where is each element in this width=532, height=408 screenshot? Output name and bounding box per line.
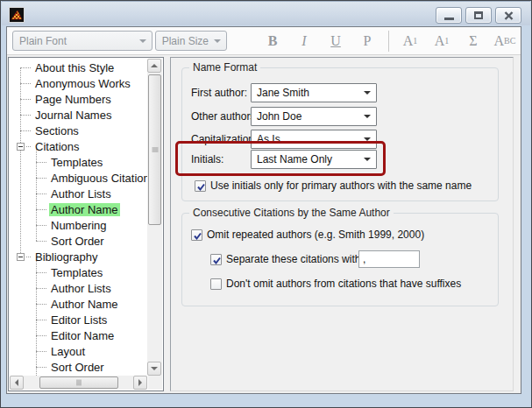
- style-section-tree: About this Style Anonymous Works Page Nu…: [8, 57, 164, 391]
- collapse-icon[interactable]: [17, 253, 25, 261]
- first-author-dropdown[interactable]: Jane Smith: [251, 83, 377, 102]
- subscript-button[interactable]: A1: [426, 30, 458, 53]
- first-author-row: First author:: [191, 83, 247, 102]
- initials-row: Initials:: [191, 150, 223, 169]
- tree-item-sections[interactable]: Sections: [9, 123, 147, 138]
- grip-icon: [77, 380, 82, 386]
- tree-item-bibliography-author-name[interactable]: Author Name: [9, 296, 147, 312]
- chevron-down-icon: [139, 39, 146, 43]
- minimize-icon: [444, 18, 454, 20]
- capitalization-row: Capitalization:: [191, 130, 257, 149]
- style-editor-window: Plain Font Plain Size B I U P A1 A1 Σ AB…: [0, 0, 532, 408]
- checkbox-unchecked-icon[interactable]: [210, 278, 222, 290]
- scrollbar-corner: [148, 376, 162, 390]
- tree-item-numbering[interactable]: Numbering: [9, 217, 147, 233]
- dont-omit-suffix-checkbox-row[interactable]: Don't omit authors from citations that h…: [210, 277, 461, 291]
- tree-item-editor-name[interactable]: Editor Name: [9, 327, 147, 343]
- underline-button[interactable]: U: [320, 30, 351, 53]
- arrow-right-icon: [138, 379, 142, 386]
- separate-citations-checkbox-row[interactable]: Separate these citations with:: [210, 252, 364, 266]
- tree-item-bibliography-author-lists[interactable]: Author Lists: [9, 280, 147, 296]
- tree-item-citations[interactable]: Citations: [9, 138, 147, 154]
- horizontal-scroll-thumb[interactable]: [39, 376, 118, 389]
- font-combo[interactable]: Plain Font: [12, 31, 153, 51]
- scroll-left-button[interactable]: [10, 376, 24, 390]
- tree-item-bibliography-sort-order[interactable]: Sort Order: [9, 359, 147, 375]
- tree-item-ambiguous-citations[interactable]: Ambiguous Citations: [9, 170, 147, 186]
- titlebar[interactable]: [2, 1, 530, 25]
- content-area: About this Style Anonymous Works Page Nu…: [7, 55, 521, 393]
- initials-dropdown[interactable]: Last Name Only: [251, 150, 377, 169]
- tree-item-citations-author-lists[interactable]: Author Lists: [9, 186, 147, 201]
- tree-item-journal-names[interactable]: Journal Names: [9, 107, 147, 123]
- minimize-button[interactable]: [436, 7, 462, 24]
- name-format-group: Name Format First author: Jane Smith Oth…: [181, 67, 499, 201]
- other-authors-row: Other authors:: [191, 107, 259, 126]
- tree-vertical-scrollbar[interactable]: [147, 59, 162, 376]
- maximize-icon: [474, 11, 483, 19]
- other-authors-dropdown[interactable]: John Doe: [251, 107, 377, 126]
- scroll-down-button[interactable]: [147, 362, 161, 376]
- tree-item-citations-templates[interactable]: Templates: [9, 154, 147, 170]
- client-area: Plain Font Plain Size B I U P A1 A1 Σ AB…: [6, 26, 521, 394]
- separator-input[interactable]: [358, 250, 420, 268]
- smallcaps-button[interactable]: ABC: [489, 30, 521, 53]
- tree-item-page-numbers[interactable]: Page Numbers: [9, 91, 147, 107]
- consecutive-citations-group: Consecutive Citations by the Same Author…: [181, 213, 499, 306]
- checkbox-checked-icon[interactable]: [191, 229, 202, 241]
- tree-rows: About this Style Anonymous Works Page Nu…: [9, 60, 147, 376]
- capitalization-dropdown[interactable]: As Is: [251, 130, 377, 149]
- maximize-button[interactable]: [465, 7, 492, 24]
- scroll-up-button[interactable]: [147, 59, 161, 73]
- tree-item-citations-sort-order[interactable]: Sort Order: [9, 233, 147, 249]
- size-combo[interactable]: Plain Size: [155, 31, 227, 51]
- arrow-left-icon: [15, 379, 18, 386]
- vertical-scroll-thumb[interactable]: [148, 74, 161, 225]
- format-buttons: B I U P A1 A1 Σ ABC: [257, 30, 521, 53]
- grip-icon: [152, 147, 158, 153]
- symbol-button[interactable]: Σ: [458, 30, 489, 53]
- italic-button[interactable]: I: [288, 30, 320, 53]
- font-combo-value: Plain Font: [19, 35, 67, 47]
- chevron-down-icon: [364, 137, 371, 141]
- checkbox-checked-icon[interactable]: [210, 254, 222, 265]
- group-title: Consecutive Citations by the Same Author: [189, 207, 394, 219]
- endnote-style-icon[interactable]: [9, 7, 25, 23]
- tree-item-layout[interactable]: Layout: [9, 343, 147, 359]
- scroll-right-button[interactable]: [133, 376, 147, 390]
- close-button[interactable]: [495, 7, 521, 24]
- tree-item-editor-lists[interactable]: Editor Lists: [9, 312, 147, 327]
- chevron-down-icon: [364, 158, 371, 161]
- arrow-down-icon: [151, 367, 158, 370]
- tree-item-bibliography[interactable]: Bibliography: [9, 249, 147, 264]
- size-combo-value: Plain Size: [162, 35, 209, 47]
- omit-repeated-authors-checkbox-row[interactable]: Omit repeated authors (e.g. Smith 1999, …: [191, 228, 424, 242]
- plain-button[interactable]: P: [351, 30, 383, 53]
- chevron-down-icon: [214, 39, 221, 43]
- format-toolbar: Plain Font Plain Size B I U P A1 A1 Σ AB…: [7, 27, 521, 55]
- toolbar-separator: [388, 31, 389, 52]
- superscript-button[interactable]: A1: [394, 30, 426, 53]
- tree-horizontal-scrollbar[interactable]: [10, 376, 147, 390]
- chevron-down-icon: [364, 115, 371, 118]
- tree-item-bibliography-templates[interactable]: Templates: [9, 264, 147, 280]
- arrow-up-icon: [151, 64, 158, 67]
- bold-button[interactable]: B: [257, 30, 288, 53]
- tree-item-about-this-style[interactable]: About this Style: [9, 60, 147, 75]
- close-icon: [504, 11, 514, 20]
- use-initials-checkbox-row[interactable]: Use initials only for primary authors wi…: [195, 179, 472, 193]
- checkbox-checked-icon[interactable]: [195, 180, 206, 192]
- author-name-options-panel: Name Format First author: Jane Smith Oth…: [170, 57, 514, 391]
- tree-item-citations-author-name[interactable]: Author Name: [9, 201, 147, 217]
- tree-item-anonymous-works[interactable]: Anonymous Works: [9, 75, 147, 91]
- collapse-icon[interactable]: [17, 143, 25, 151]
- chevron-down-icon: [364, 91, 371, 95]
- group-title: Name Format: [189, 61, 260, 74]
